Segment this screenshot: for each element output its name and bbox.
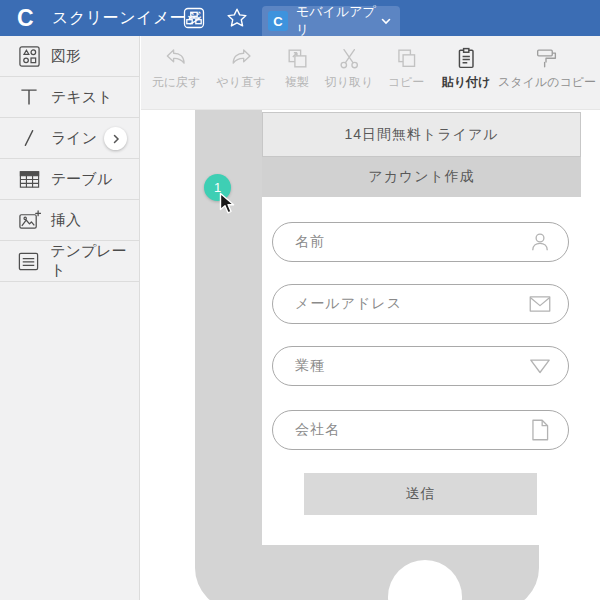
dropdown-triangle-icon bbox=[527, 353, 553, 379]
mockup-subheader[interactable]: アカウント作成 bbox=[262, 157, 581, 197]
line-icon bbox=[17, 126, 41, 150]
field-placeholder: 業種 bbox=[295, 357, 325, 375]
paste-clipboard-icon bbox=[453, 45, 479, 71]
file-icon bbox=[527, 417, 553, 443]
field-placeholder: メールアドレス bbox=[295, 295, 402, 313]
tool-label: コピー bbox=[388, 74, 425, 91]
cacoo-editor: C スクリーンイメージ C モバイルアプリ bbox=[0, 0, 600, 600]
insert-image-icon bbox=[17, 208, 41, 232]
duplicate-button[interactable]: 複製 bbox=[284, 45, 310, 91]
field-placeholder: 会社名 bbox=[295, 421, 340, 439]
sidebar-item-label: 挿入 bbox=[51, 211, 81, 230]
star-icon[interactable] bbox=[226, 7, 248, 29]
expand-line-panel-button[interactable] bbox=[104, 127, 127, 150]
mail-icon bbox=[527, 291, 553, 317]
field-placeholder: 名前 bbox=[295, 233, 325, 251]
sidebar-item-label: テキスト bbox=[51, 88, 112, 107]
undo-button[interactable]: 元に戻す bbox=[152, 45, 201, 91]
drawing-canvas[interactable]: 14日間無料トライアル アカウント作成 名前 メールアドレス bbox=[141, 110, 600, 600]
cut-scissors-icon bbox=[336, 45, 362, 71]
paste-button[interactable]: 貼り付け bbox=[442, 45, 491, 91]
table-icon bbox=[17, 167, 41, 191]
diagram-list-icon[interactable] bbox=[183, 7, 205, 29]
submit-button[interactable]: 送信 bbox=[304, 473, 537, 515]
sidebar-item-label: テンプレート bbox=[50, 242, 139, 280]
mouse-cursor-icon bbox=[219, 192, 237, 216]
sidebar-item-line[interactable]: ライン bbox=[0, 118, 139, 159]
app-logo[interactable]: C bbox=[17, 4, 34, 32]
phone-home-button bbox=[388, 560, 462, 600]
shapes-icon bbox=[17, 44, 41, 68]
copy-style-button[interactable]: スタイルのコピー bbox=[498, 45, 596, 91]
person-icon bbox=[527, 229, 553, 255]
tool-label: 切り取り bbox=[325, 74, 374, 91]
sidebar-item-label: テーブル bbox=[51, 170, 112, 189]
industry-select[interactable]: 業種 bbox=[272, 346, 569, 386]
phone-frame[interactable]: 14日間無料トライアル アカウント作成 名前 メールアドレス bbox=[195, 110, 539, 600]
sidebar-item-template[interactable]: テンプレート bbox=[0, 241, 139, 282]
sheet-tab-label: モバイルアプリ bbox=[296, 3, 378, 39]
sheet-tab-mobile-app[interactable]: C モバイルアプリ bbox=[262, 6, 400, 36]
copy-icon bbox=[393, 45, 419, 71]
sidebar-item-label: ライン bbox=[51, 129, 97, 148]
sidebar-item-insert[interactable]: 挿入 bbox=[0, 200, 139, 241]
email-field[interactable]: メールアドレス bbox=[272, 284, 569, 324]
cut-button[interactable]: 切り取り bbox=[325, 45, 374, 91]
phone-screen: 14日間無料トライアル アカウント作成 名前 メールアドレス bbox=[262, 110, 581, 545]
tool-label: 貼り付け bbox=[442, 74, 491, 91]
template-icon bbox=[17, 249, 40, 273]
document-title: スクリーンイメージ bbox=[52, 0, 203, 36]
tool-label: スタイルのコピー bbox=[498, 74, 596, 91]
undo-icon bbox=[163, 45, 189, 71]
paint-roller-icon bbox=[534, 45, 560, 71]
sidebar-item-shapes[interactable]: 図形 bbox=[0, 36, 139, 77]
mockup-header[interactable]: 14日間無料トライアル bbox=[262, 112, 581, 157]
sidebar-item-table[interactable]: テーブル bbox=[0, 159, 139, 200]
duplicate-icon bbox=[284, 45, 310, 71]
copy-button[interactable]: コピー bbox=[388, 45, 425, 91]
edit-toolbar: 元に戻す やり直す 複製 bbox=[141, 36, 600, 110]
sidebar-item-text[interactable]: テキスト bbox=[0, 77, 139, 118]
sheet-badge: C bbox=[268, 11, 288, 31]
tool-label: 元に戻す bbox=[152, 74, 201, 91]
redo-icon bbox=[228, 45, 254, 71]
tool-label: やり直す bbox=[217, 74, 266, 91]
chevron-down-icon[interactable] bbox=[380, 15, 392, 27]
text-icon bbox=[17, 85, 41, 109]
tool-label: 複製 bbox=[285, 74, 309, 91]
top-bar: C スクリーンイメージ C モバイルアプリ bbox=[0, 0, 600, 36]
sidebar-item-label: 図形 bbox=[51, 47, 81, 66]
left-sidebar: 図形 テキスト ライン bbox=[0, 36, 140, 600]
company-field[interactable]: 会社名 bbox=[272, 410, 569, 450]
name-field[interactable]: 名前 bbox=[272, 222, 569, 262]
redo-button[interactable]: やり直す bbox=[217, 45, 266, 91]
